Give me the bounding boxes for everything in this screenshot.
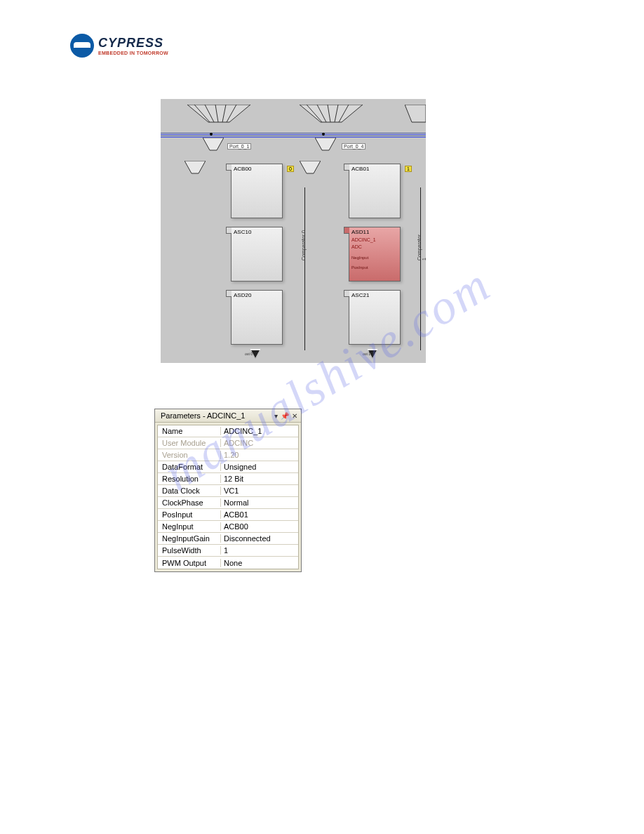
param-key: DataFormat — [158, 463, 221, 471]
mux-fan-icon — [300, 105, 363, 126]
comparator-line — [304, 187, 305, 350]
adc-sub: ADC — [351, 244, 362, 249]
node-dot — [322, 133, 325, 135]
mux-icon — [300, 161, 321, 178]
param-key: Name — [158, 427, 221, 435]
dropdown-icon[interactable]: ▾ — [274, 412, 278, 420]
param-key: PWM Output — [158, 559, 221, 567]
param-row[interactable]: NameADCINC_1 — [158, 425, 298, 437]
block-acb01[interactable]: ACB01 — [349, 164, 401, 218]
block-label: ASC21 — [351, 292, 369, 298]
block-asc21[interactable]: ASC21 — [349, 290, 401, 345]
block-label: ASD11 — [351, 229, 369, 235]
mux-icon — [185, 161, 206, 178]
node-dot — [210, 133, 213, 135]
param-row[interactable]: Data ClockVC1 — [158, 485, 298, 497]
param-key: NegInputGain — [158, 534, 221, 543]
close-icon[interactable]: ✕ — [292, 412, 297, 420]
param-key: Data Clock — [158, 486, 221, 495]
block-asc10[interactable]: ASC10 — [231, 227, 283, 282]
param-key: Resolution — [158, 475, 221, 483]
param-key: Version — [158, 451, 221, 459]
param-row[interactable]: NegInputGainDisconnected — [158, 533, 298, 545]
adc-neginput-label: NegInput — [351, 256, 368, 260]
param-value[interactable]: 12 Bit — [221, 475, 298, 483]
comparator-line — [420, 187, 421, 350]
parameters-panel: Parameters - ADCINC_1 ▾ 📌 ✕ NameADCINC_1… — [154, 409, 302, 572]
out-label: out 1 — [363, 352, 370, 356]
param-row[interactable]: User ModuleADCINC — [158, 437, 298, 449]
param-key: NegInput — [158, 522, 221, 531]
mux-icon — [203, 138, 224, 154]
param-key: User Module — [158, 439, 221, 447]
svg-marker-14 — [315, 138, 336, 150]
block-diagram-canvas[interactable]: Port_0_1 Port_0_4 0 1 Comparator 0 Compa… — [160, 98, 427, 364]
block-label: ASC10 — [234, 229, 251, 235]
block-label: ACB01 — [351, 166, 369, 172]
comparator-label: Comparator 0 — [301, 230, 306, 260]
param-value[interactable]: ADCINC — [221, 439, 298, 447]
mux-icon — [315, 138, 336, 154]
svg-marker-12 — [405, 105, 426, 122]
bus-line — [161, 134, 426, 135]
param-value[interactable]: Disconnected — [221, 534, 298, 543]
param-row[interactable]: PosInputACB01 — [158, 509, 298, 521]
param-key: PulseWidth — [158, 546, 221, 555]
param-value[interactable]: 1.20 — [221, 451, 298, 459]
svg-marker-15 — [185, 161, 206, 173]
param-row[interactable]: DataFormatUnsigned — [158, 461, 298, 473]
svg-marker-13 — [203, 138, 224, 150]
block-label: ACB00 — [234, 166, 251, 172]
param-row[interactable]: ClockPhaseNormal — [158, 497, 298, 509]
param-key: ClockPhase — [158, 498, 221, 507]
param-value[interactable]: 1 — [221, 546, 298, 555]
param-row[interactable]: NegInputACB00 — [158, 521, 298, 533]
logo-icon — [70, 34, 94, 58]
adc-posinput-label: PosInput — [351, 265, 368, 270]
panel-title: Parameters - ADCINC_1 — [161, 411, 245, 420]
param-value[interactable]: Normal — [221, 498, 298, 507]
param-key: PosInput — [158, 510, 221, 519]
marker-badge: 1 — [405, 166, 412, 172]
param-row[interactable]: Resolution12 Bit — [158, 473, 298, 485]
bus-line — [161, 135, 426, 136]
comparator-label: Comparator 1 — [417, 234, 427, 260]
out-label: out 0 — [245, 352, 253, 356]
logo-tagline: EMBEDDED IN TOMORROW — [98, 51, 168, 55]
block-acb00[interactable]: ACB00 — [231, 164, 283, 218]
svg-marker-16 — [300, 161, 321, 173]
param-value[interactable]: ACB00 — [221, 522, 298, 531]
param-value[interactable]: ACB01 — [221, 510, 298, 519]
block-asd11-adc[interactable]: ASD11 ADCINC_1 ADC NegInput PosInput — [349, 227, 401, 282]
mux-fan-icon — [405, 105, 426, 126]
port-label: Port_0_4 — [342, 143, 365, 150]
param-row[interactable]: PWM OutputNone — [158, 557, 298, 569]
block-asd20[interactable]: ASD20 — [231, 290, 283, 345]
param-value[interactable]: None — [221, 559, 298, 567]
param-value[interactable]: ADCINC_1 — [221, 427, 298, 435]
mux-fan-icon — [187, 105, 250, 126]
panel-titlebar[interactable]: Parameters - ADCINC_1 ▾ 📌 ✕ — [155, 409, 301, 423]
param-row[interactable]: PulseWidth1 — [158, 545, 298, 557]
logo-brand: CYPRESS — [98, 36, 168, 51]
param-value[interactable]: VC1 — [221, 486, 298, 495]
port-label: Port_0_1 — [227, 143, 251, 150]
pin-icon[interactable]: 📌 — [281, 412, 289, 420]
cypress-logo: CYPRESS EMBEDDED IN TOMORROW — [70, 34, 168, 58]
parameters-grid: NameADCINC_1User ModuleADCINCVersion1.20… — [157, 425, 299, 569]
param-row[interactable]: Version1.20 — [158, 449, 298, 461]
adc-name: ADCINC_1 — [351, 237, 376, 242]
bus-line — [161, 133, 426, 133]
param-value[interactable]: Unsigned — [221, 463, 298, 471]
marker-badge: 0 — [287, 166, 294, 172]
block-label: ASD20 — [234, 292, 251, 298]
bus-line — [161, 137, 426, 138]
